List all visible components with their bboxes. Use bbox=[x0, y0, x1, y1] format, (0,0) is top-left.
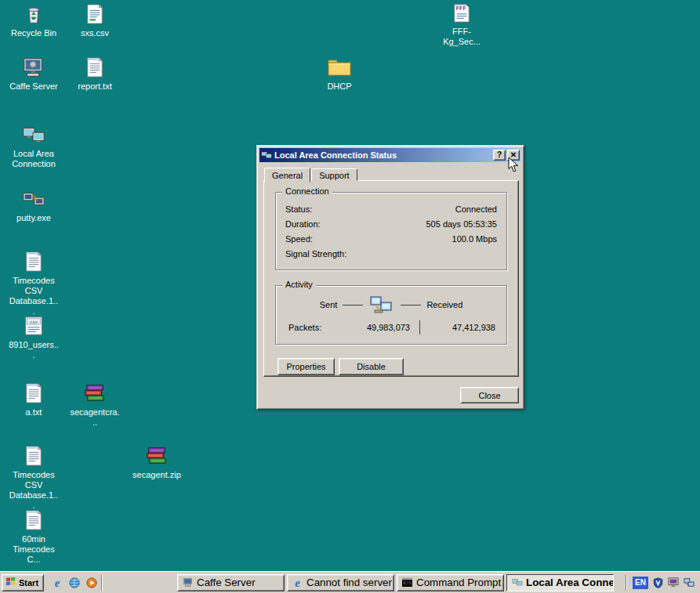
task-caffe-server[interactable]: Caffe Server bbox=[177, 574, 285, 591]
network-connection-icon bbox=[21, 122, 46, 147]
speed-value: 100.0 Mbps bbox=[452, 232, 497, 247]
winrar-archive-icon bbox=[82, 381, 107, 406]
desktop-icon-secagent-zip[interactable]: secagent.zip bbox=[132, 443, 182, 480]
desktop-icon-label: 8910_users... bbox=[9, 340, 59, 360]
dialog-titlebar[interactable]: Local Area Connection Status ? ✕ bbox=[259, 148, 521, 162]
quick-launch: e bbox=[50, 576, 99, 590]
taskbar: Start e Caffe Server e Cannot find serve… bbox=[0, 571, 700, 593]
general-tab-page: Connection Status: Connected Duration: 5… bbox=[263, 180, 519, 377]
folder-icon bbox=[327, 55, 352, 80]
signal-strength-label: Signal Strength: bbox=[285, 247, 346, 262]
text-file-icon bbox=[21, 249, 46, 274]
svg-text:csv: csv bbox=[30, 320, 38, 324]
task-command-prompt[interactable]: C:\ Command Prompt bbox=[397, 574, 504, 591]
network-connection-icon bbox=[511, 577, 523, 588]
dialog-action-buttons: Properties Disable bbox=[277, 358, 404, 375]
received-packets-value: 47,412,938 bbox=[429, 323, 495, 332]
desktop-icon-putty[interactable]: putty.exe bbox=[9, 186, 59, 223]
task-label: Command Prompt bbox=[416, 577, 501, 588]
speed-row: Speed: 100.0 Mbps bbox=[285, 232, 497, 247]
antivirus-shield-icon[interactable] bbox=[651, 577, 664, 589]
task-local-area-connection[interactable]: Local Area Conne... bbox=[506, 574, 614, 591]
desktop-icon-local-area-connection[interactable]: Local Area Connection bbox=[9, 122, 59, 169]
desktop-icon-60min-timecodes[interactable]: 60min Timecodes C... bbox=[9, 508, 59, 565]
text-file-icon bbox=[82, 55, 107, 80]
desktop-icon-label: Caffe Server bbox=[9, 81, 58, 92]
start-button-label: Start bbox=[19, 578, 38, 588]
desktop-icon-timecodes-csv-1[interactable]: Timecodes CSV Database.1... bbox=[9, 249, 59, 316]
application-monitor-icon bbox=[21, 55, 46, 80]
desktop-icon-recycle-bin[interactable]: Recycle Bin bbox=[9, 2, 59, 38]
desktop-icon-a-txt[interactable]: a.txt bbox=[9, 381, 59, 418]
dialog-tabs: General Support bbox=[264, 167, 358, 181]
desktop-icon-dhcp-folder[interactable]: DHCP bbox=[314, 55, 365, 92]
desktop-icon-label: Timecodes CSV Database.1... bbox=[9, 470, 59, 511]
svg-text:C:\: C:\ bbox=[404, 580, 412, 585]
properties-button[interactable]: Properties bbox=[277, 358, 335, 375]
text-file-icon bbox=[21, 443, 46, 468]
windows-logo-icon bbox=[5, 577, 16, 588]
connection-group: Connection Status: Connected Duration: 5… bbox=[275, 192, 507, 270]
taskbar-tasks: Caffe Server e Cannot find server -... C… bbox=[177, 574, 614, 591]
sent-received-computers-icon bbox=[368, 295, 395, 314]
titlebar-close-button[interactable]: ✕ bbox=[507, 150, 520, 161]
duration-row: Duration: 505 days 05:53:35 bbox=[285, 217, 497, 232]
help-button[interactable]: ? bbox=[493, 150, 506, 161]
duration-value: 505 days 05:53:35 bbox=[426, 217, 497, 232]
tab-support[interactable]: Support bbox=[311, 168, 357, 181]
application-monitor-icon bbox=[182, 577, 194, 588]
desktop-icon-report-txt[interactable]: report.txt bbox=[70, 55, 120, 92]
disable-button[interactable]: Disable bbox=[339, 358, 404, 375]
display-settings-icon[interactable] bbox=[667, 577, 680, 589]
task-cannot-find-server[interactable]: e Cannot find server -... bbox=[287, 574, 394, 591]
desktop-icon-label: report.txt bbox=[78, 81, 111, 92]
language-indicator[interactable]: EN bbox=[633, 577, 648, 589]
command-prompt-icon: C:\ bbox=[401, 577, 413, 588]
status-label: Status: bbox=[285, 202, 312, 217]
task-label: Cannot find server -... bbox=[306, 577, 394, 588]
winrar-archive-icon bbox=[144, 443, 169, 468]
desktop-icon-sxs-csv[interactable]: sxs.csv bbox=[70, 2, 120, 38]
connection-rows: Status: Connected Duration: 505 days 05:… bbox=[285, 202, 497, 262]
close-button[interactable]: Close bbox=[460, 387, 519, 403]
recycle-bin-icon bbox=[21, 2, 46, 27]
task-label: Local Area Conne... bbox=[526, 577, 614, 588]
duration-label: Duration: bbox=[285, 217, 321, 232]
dialog-title: Local Area Connection Status bbox=[274, 150, 491, 160]
sent-received-header: Sent Received bbox=[276, 295, 506, 314]
task-label: Caffe Server bbox=[197, 577, 256, 588]
start-button[interactable]: Start bbox=[2, 574, 44, 591]
desktop-icon-label: putty.exe bbox=[16, 213, 51, 223]
desktop-icon-fff-kg-sec[interactable]: FFF FFF-Kg_Sec... bbox=[437, 0, 487, 47]
csv-file-icon: csv bbox=[21, 313, 46, 338]
system-tray: EN bbox=[623, 575, 698, 591]
web-globe-icon[interactable] bbox=[67, 576, 82, 590]
connection-group-legend: Connection bbox=[282, 186, 332, 196]
desktop-icon-label: FFF-Kg_Sec... bbox=[437, 27, 487, 47]
csv-file-icon bbox=[82, 2, 107, 27]
desktop-icon-label: DHCP bbox=[327, 81, 351, 92]
received-label: Received bbox=[426, 300, 462, 309]
status-value: Connected bbox=[455, 202, 497, 217]
sent-connector-line bbox=[343, 305, 363, 306]
taskbar-divider bbox=[101, 575, 103, 591]
text-file-icon bbox=[21, 381, 46, 406]
fff-document-icon: FFF bbox=[449, 0, 474, 25]
desktop-icon-label: a.txt bbox=[26, 407, 42, 418]
signal-strength-row: Signal Strength: bbox=[285, 247, 497, 262]
desktop-icon-secagentcra[interactable]: secagentcra... bbox=[70, 381, 120, 428]
desktop-icon-label: sxs.csv bbox=[81, 28, 109, 38]
sent-packets-value: 49,983,073 bbox=[343, 323, 410, 332]
desktop-icon-label: Timecodes CSV Database.1... bbox=[9, 276, 59, 316]
desktop-icon-timecodes-csv-2[interactable]: Timecodes CSV Database.1... bbox=[9, 443, 59, 511]
text-file-icon bbox=[21, 508, 46, 533]
svg-text:FFF: FFF bbox=[455, 5, 466, 12]
network-status-icon[interactable] bbox=[683, 577, 695, 589]
tab-general[interactable]: General bbox=[264, 168, 310, 183]
sent-label: Sent bbox=[320, 300, 338, 309]
desktop-icon-8910-users[interactable]: csv 8910_users... bbox=[9, 313, 59, 360]
network-connection-icon bbox=[261, 150, 272, 161]
media-player-icon[interactable] bbox=[85, 576, 99, 590]
desktop-icon-caffe-server[interactable]: Caffe Server bbox=[9, 55, 59, 92]
internet-explorer-icon[interactable]: e bbox=[50, 576, 64, 590]
